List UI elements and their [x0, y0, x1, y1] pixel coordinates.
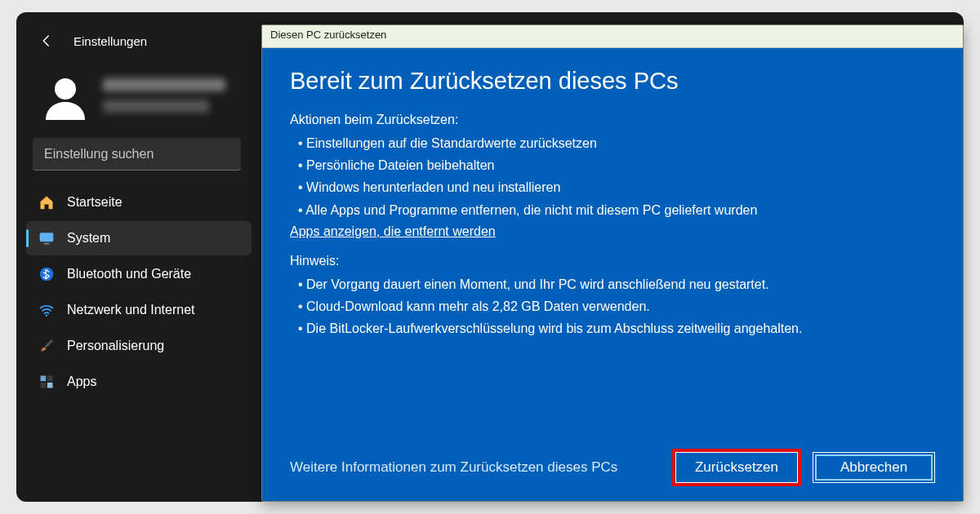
action-item: Einstellungen auf die Standardwerte zurü… — [298, 132, 935, 154]
svg-point-1 — [55, 78, 76, 100]
dialog-footer: Weitere Informationen zum Zurücksetzen d… — [290, 452, 935, 483]
action-item: Alle Apps und Programme entfernen, die n… — [298, 199, 935, 221]
settings-title: Einstellungen — [74, 34, 147, 48]
note-item: Der Vorgang dauert einen Moment, und Ihr… — [298, 273, 935, 295]
nav-item-network[interactable]: Netzwerk und Internet — [26, 293, 252, 327]
actions-list: Einstellungen auf die Standardwerte zurü… — [290, 132, 935, 221]
dialog-body: Bereit zum Zurücksetzen dieses PCs Aktio… — [262, 48, 963, 501]
settings-nav: Startseite System Bluetooth und Geräte N… — [16, 185, 261, 399]
svg-point-5 — [46, 315, 47, 317]
note-item: Cloud-Download kann mehr als 2,82 GB Dat… — [298, 295, 935, 317]
dialog-heading: Bereit zum Zurücksetzen dieses PCs — [290, 68, 935, 95]
nav-item-apps[interactable]: Apps — [26, 365, 252, 399]
reset-pc-dialog: Diesen PC zurücksetzen Bereit zum Zurück… — [261, 24, 964, 502]
action-item: Persönliche Dateien beibehalten — [298, 154, 935, 176]
svg-rect-7 — [47, 376, 53, 382]
nav-label: Personalisierung — [67, 339, 164, 353]
nav-label: Bluetooth und Geräte — [67, 267, 191, 281]
reset-button[interactable]: Zurücksetzen — [675, 452, 798, 483]
actions-heading: Aktionen beim Zurücksetzen: — [290, 113, 935, 127]
nav-label: Startseite — [67, 195, 122, 210]
back-button[interactable] — [33, 27, 60, 55]
nav-label: System — [67, 231, 110, 246]
notes-list: Der Vorgang dauert einen Moment, und Ihr… — [290, 273, 935, 340]
nav-label: Apps — [67, 374, 96, 389]
cancel-button[interactable]: Abbrechen — [813, 452, 935, 483]
svg-rect-6 — [41, 376, 47, 382]
user-avatar-icon — [39, 71, 91, 123]
search-input[interactable] — [44, 147, 229, 162]
bluetooth-icon — [38, 265, 56, 283]
home-icon — [38, 193, 56, 211]
arrow-left-icon — [39, 33, 54, 48]
more-info-link[interactable]: Weitere Informationen zum Zurücksetzen d… — [290, 459, 617, 476]
user-name-redacted — [103, 76, 225, 118]
note-item: Die BitLocker-Laufwerkverschlüsselung wi… — [298, 317, 935, 339]
system-icon — [38, 229, 56, 247]
apps-removed-link[interactable]: Apps anzeigen, die entfernt werden — [290, 224, 935, 239]
notes-heading: Hinweis: — [290, 254, 935, 268]
svg-rect-9 — [47, 383, 53, 388]
svg-rect-2 — [40, 233, 54, 241]
action-item: Windows herunterladen und neu installier… — [298, 176, 935, 198]
nav-item-personalization[interactable]: Personalisierung — [26, 329, 252, 363]
wifi-icon — [38, 301, 56, 319]
apps-icon — [38, 373, 56, 391]
svg-rect-3 — [44, 243, 50, 245]
dialog-window-title: Diesen PC zurücksetzen — [262, 25, 963, 48]
nav-item-home[interactable]: Startseite — [26, 185, 252, 219]
nav-item-bluetooth[interactable]: Bluetooth und Geräte — [26, 257, 252, 291]
nav-label: Netzwerk und Internet — [67, 303, 195, 317]
brush-icon — [38, 337, 56, 355]
nav-item-system[interactable]: System — [26, 221, 252, 255]
svg-rect-8 — [41, 383, 47, 388]
settings-search[interactable] — [33, 138, 241, 171]
